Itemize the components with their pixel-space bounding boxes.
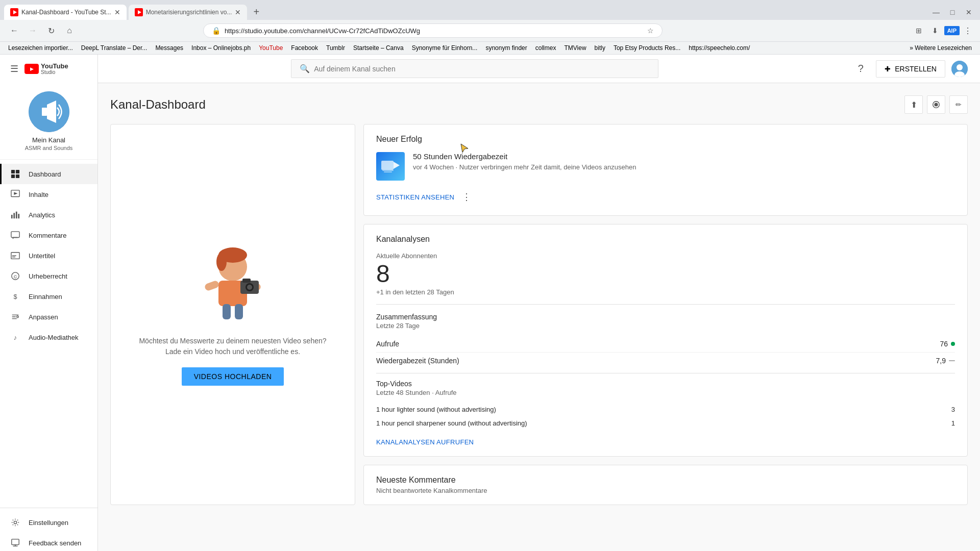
svg-point-44 [247,285,252,290]
erfolg-info: 50 Stunden Wiedergabezeit vor 4 Wochen ·… [413,152,636,172]
subscribers-label: Aktuelle Abonnenten [376,252,955,260]
feedback-icon [10,538,20,548]
forward-button[interactable]: → [24,22,41,39]
bookmark-synonyme[interactable]: Synonyme für Einhorn... [410,43,480,53]
erfolg-more-button[interactable]: ⋮ [458,189,475,205]
bookmark-lesezeichen[interactable]: Lesezeichen importier... [6,43,75,53]
sidebar-item-label-untertitel: Untertitel [29,252,55,260]
sidebar-item-anpassen[interactable]: Anpassen [0,307,97,327]
tab-close-2[interactable]: ✕ [235,8,241,16]
address-bar[interactable]: 🔒 ☆ [203,23,663,38]
bookmark-collmex[interactable]: collmex [533,43,558,53]
menu-button[interactable]: ⋮ [962,24,974,38]
analytics-link[interactable]: KANALANALYSEN AUFRUFEN [376,438,955,446]
bookmark-synonym[interactable]: synonym finder [483,43,529,53]
sidebar-item-untertitel[interactable]: Untertitel [0,245,97,266]
back-button[interactable]: ← [6,22,22,39]
tab-favicon-2 [135,8,143,16]
bookmark-bitly[interactable]: bitly [593,43,607,53]
neuer-erfolg-card: Neuer Erfolg 50 [363,124,968,216]
new-tab-button[interactable]: + [249,4,263,20]
close-window-button[interactable]: ✕ [962,5,976,19]
top-video-views-2: 1 [951,419,955,427]
yt-logo-sub: Studio [41,69,68,76]
upload-button[interactable]: VIDEOS HOCHLADEN [182,367,284,386]
tab-inactive[interactable]: Monetarisierungsrichtlinien vo... ✕ [129,5,248,20]
kanalanalysen-card: Kanalanalysen Aktuelle Abonnenten 8 +1 i… [363,224,968,457]
top-videos-title: Top-Videos [376,380,955,388]
sidebar-item-label-inhalte: Inhalte [29,191,48,198]
live-button[interactable] [927,95,945,114]
help-button[interactable]: ? [851,60,870,78]
bookmark-speechelo[interactable]: https://speechelo.com/ [687,43,752,53]
bookmark-deepl[interactable]: DeepL Translate – Der... [79,43,150,53]
aufrufe-indicator [951,342,955,346]
home-button[interactable]: ⌂ [61,22,78,39]
bookmark-canva[interactable]: Startseite – Canva [351,43,406,53]
svg-marker-48 [394,162,400,169]
post-button[interactable]: ✏ [949,95,968,114]
tab-close-1[interactable]: ✕ [114,8,120,16]
bookmark-tumblr[interactable]: Tumblr [324,43,347,53]
sidebar-item-analytics[interactable]: Analytics [0,205,97,225]
divider-2 [376,373,955,373]
channel-avatar[interactable] [29,91,69,132]
dashboard-icon [10,169,20,179]
sidebar-item-label-kommentare: Kommentare [29,232,66,239]
bookmark-youtube[interactable]: YouTube [257,43,285,53]
achievement-detail: vor 4 Wochen · Nutzer verbringen mehr Ze… [413,163,636,172]
bookmark-etsy[interactable]: Top Etsy Products Res... [611,43,682,53]
sidebar-item-einstellungen[interactable]: Einstellungen [0,512,97,533]
search-icon: 🔍 [300,64,310,73]
reload-button[interactable]: ↻ [43,22,59,39]
bookmark-star-icon[interactable]: ☆ [647,27,654,35]
sidebar-item-label-feedback: Feedback senden [29,539,81,547]
sidebar-item-audio-mediathek[interactable]: ♪ Audio-Mediathek [0,327,97,347]
kommentare-subtitle: Nicht beantwortete Kanalkommentare [376,487,955,494]
create-button[interactable]: ✚ ERSTELLEN [876,60,945,78]
sidebar: ☰ ▶ YouTube Studio [0,55,98,551]
search-input[interactable] [314,65,650,73]
page-title: Kanal-Dashboard [110,97,206,112]
tab-bar: Kanal-Dashboard - YouTube St... ✕ Moneta… [0,0,980,20]
bookmark-facebook[interactable]: Facebook [289,43,320,53]
top-video-title-2: 1 hour pencil sharpener sound (without a… [376,419,951,427]
top-video-row-1: 1 hour lighter sound (without advertisin… [376,403,955,416]
sidebar-item-dashboard[interactable]: Dashboard [0,164,97,184]
maximize-button[interactable]: □ [945,5,960,19]
dashboard-actions: ⬆ ✏ [904,95,968,114]
summary-section: Zusammenfassung Letzte 28 Tage Aufrufe 7… [376,313,955,369]
upload-illustration [192,244,274,325]
tab-title-2: Monetarisierungsrichtlinien vo... [146,9,232,16]
yt-studio-logo[interactable]: ▶ YouTube Studio [24,63,68,76]
bookmark-more[interactable]: » Weitere Lesezeichen [908,43,974,53]
svg-rect-46 [235,304,243,319]
upload-action-button[interactable]: ⬆ [904,95,923,114]
minimize-button[interactable]: — [929,5,943,19]
bookmark-inbox[interactable]: Inbox – Onlinejobs.ph [189,43,253,53]
tab-active[interactable]: Kanal-Dashboard - YouTube St... ✕ [4,5,127,20]
statistiken-link[interactable]: STATISTIKEN ANSEHEN [376,193,454,201]
sidebar-item-feedback[interactable]: Feedback senden [0,533,97,551]
top-videos-section: Top-Videos Letzte 48 Stunden · Aufrufe 1… [376,380,955,430]
svg-text:©: © [14,274,17,280]
sidebar-item-kommentare[interactable]: Kommentare [0,225,97,245]
extensions-button[interactable]: ⊞ [912,24,926,37]
bookmark-messages[interactable]: Messages [153,43,185,53]
download-button[interactable]: ⬇ [928,24,942,37]
search-bar[interactable]: 🔍 [291,59,658,78]
hamburger-button[interactable]: ☰ [8,61,20,77]
nav-bar-right: ⊞ ⬇ AIP ⋮ [912,24,974,38]
right-column: Neuer Erfolg 50 [363,124,968,505]
sidebar-item-inhalte[interactable]: Inhalte [0,184,97,205]
erfolg-icon [376,152,405,181]
sidebar-item-urheberrecht[interactable]: © Urheberrecht [0,266,97,286]
wiedergabe-indicator [949,360,955,361]
metric-row-wiedergabe: Wiedergabezeit (Stunden) 7,9 [376,353,955,369]
bookmark-tmview[interactable]: TMView [562,43,588,53]
sidebar-item-einnahmen[interactable]: $ Einnahmen [0,286,97,307]
user-avatar[interactable] [951,61,968,77]
address-input[interactable] [225,27,643,35]
profile-badge[interactable]: AIP [944,26,960,35]
nav-bar: ← → ↻ ⌂ 🔒 ☆ ⊞ ⬇ AIP ⋮ [0,20,980,42]
